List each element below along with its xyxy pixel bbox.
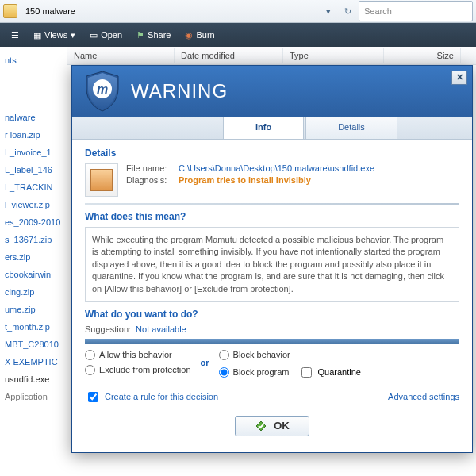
search-input[interactable]: Search (359, 1, 473, 21)
sidebar-item[interactable]: r loan.zip (3, 126, 63, 144)
sidebar-item[interactable]: es_2009-2010 (3, 213, 63, 231)
do-heading: What do you want to do? (85, 309, 459, 320)
sidebar-item: Application (3, 388, 63, 405)
sidebar: nts nalware r loan.zip L_invoice_1 L_lab… (0, 47, 67, 476)
svg-text:m: m (97, 83, 108, 96)
shield-icon: m (83, 70, 121, 113)
sidebar-item[interactable]: usndfid.exe (3, 370, 63, 388)
block-behavior-radio[interactable]: Block behavior (219, 350, 361, 360)
column-name[interactable]: Name (67, 48, 175, 63)
share-button[interactable]: ⚑Share (132, 28, 175, 43)
sidebar-item[interactable]: L_invoice_1 (3, 144, 63, 161)
block-program-radio[interactable]: Block program (219, 367, 290, 378)
close-button[interactable]: ✕ (451, 71, 467, 85)
column-type[interactable]: Type (283, 48, 384, 63)
mean-heading: What does this mean? (85, 211, 459, 222)
ok-button[interactable]: OK (235, 416, 309, 436)
diagnosis-value: Program tries to install invisibly (178, 175, 311, 185)
sidebar-item[interactable]: cing.zip (3, 283, 63, 301)
sidebar-item[interactable]: nalware (3, 109, 63, 126)
suggestion-value: Not available (136, 324, 186, 334)
dropdown-icon[interactable]: ▾ (321, 3, 336, 19)
folder-icon (3, 4, 17, 18)
breadcrumb[interactable]: 150 malware (21, 5, 80, 17)
tab-details[interactable]: Details (305, 117, 397, 139)
sidebar-item[interactable]: nts (3, 52, 63, 69)
sidebar-item[interactable]: L_label_146 (3, 161, 63, 178)
or-text: or (198, 350, 213, 367)
sidebar-item[interactable]: s_13671.zip (3, 231, 63, 248)
sidebar-item[interactable]: ume.zip (3, 301, 63, 318)
warning-dialog: ✕ m WARNING Info Details Details File na… (71, 65, 473, 453)
sidebar-item[interactable]: L_TRACKIN (3, 178, 63, 196)
filename-label: File name: (126, 163, 178, 173)
sidebar-item[interactable]: l_viewer.zip (3, 196, 63, 213)
refresh-icon[interactable]: ↻ (340, 3, 355, 19)
sidebar-item[interactable]: ers.zip (3, 248, 63, 266)
ok-icon (255, 420, 267, 432)
diagnosis-label: Diagnosis: (126, 175, 178, 185)
dialog-title: WARNING (131, 80, 228, 102)
allow-behavior-radio[interactable]: Allow this behavior (85, 350, 191, 360)
sidebar-item[interactable]: t_month.zip (3, 318, 63, 336)
exclude-protection-radio[interactable]: Exclude from protection (85, 365, 191, 375)
create-rule-checkbox[interactable]: Create a rule for this decision (85, 390, 218, 405)
views-button[interactable]: ▦Views▾ (29, 28, 80, 43)
explanation-text: While executing the program Mamutu detec… (85, 227, 459, 302)
sidebar-item[interactable]: MBT_C28010 (3, 336, 63, 353)
details-heading: Details (85, 148, 459, 159)
sidebar-item[interactable]: cbookairwin (3, 266, 63, 283)
open-button[interactable]: ▭Open (85, 28, 127, 43)
tab-info[interactable]: Info (223, 117, 304, 139)
sidebar-item[interactable]: X EXEMPTIC (3, 353, 63, 370)
advanced-settings-link[interactable]: Advanced settings (388, 392, 459, 401)
suggestion-label: Suggestion: (85, 324, 131, 334)
column-size[interactable]: Size (384, 48, 461, 63)
filename-value: C:\Users\Donna\Desktop\150 malware\usndf… (178, 163, 374, 173)
burn-button[interactable]: ◉Burn (180, 28, 219, 43)
column-modified[interactable]: Date modified (175, 48, 283, 63)
organize-button[interactable]: ☰ (6, 28, 24, 43)
file-icon (85, 163, 118, 197)
quarantine-checkbox[interactable]: Quarantine (298, 365, 360, 380)
